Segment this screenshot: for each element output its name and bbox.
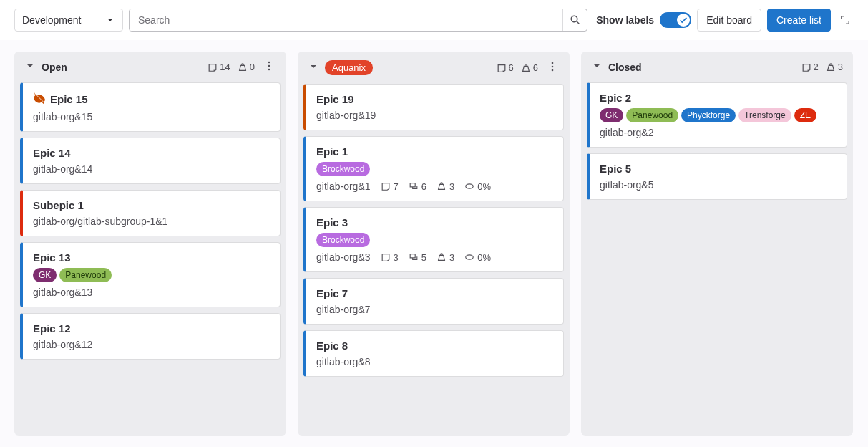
label-pill[interactable]: Panewood (626, 108, 678, 122)
card-title-row: Epic 3 (316, 216, 553, 229)
epic-icon (497, 63, 507, 73)
list-closed: Closed 2 3 Epic 2GKPanewoodPhyckforgeTre… (581, 52, 853, 436)
card-title-row: Epic 19 (316, 93, 553, 105)
card-title: Epic 13 (33, 251, 71, 264)
card-ref: gitlab-org&3 (316, 251, 371, 263)
card-labels: GKPanewoodPhyckforgeTrensforgeZE (600, 108, 837, 122)
card[interactable]: Epic 14gitlab-org&14 (20, 138, 281, 184)
label-pill[interactable]: Phyckforge (681, 108, 736, 122)
card-labels: Brockwood (316, 233, 553, 247)
list-more-button[interactable] (262, 60, 276, 74)
card-ref-row: gitlab-org&19 (316, 110, 553, 121)
list-body[interactable]: Epic 2GKPanewoodPhyckforgeTrensforgeZEgi… (581, 82, 853, 436)
card-title-row: Epic 5 (600, 163, 837, 175)
card-title: Epic 7 (316, 287, 348, 299)
card[interactable]: Epic 13GKPanewoodgitlab-org&13 (20, 242, 281, 307)
card-ref: gitlab-org&8 (316, 356, 371, 367)
card-ref-row: gitlab-org&2 (600, 127, 837, 138)
card-title: Subepic 1 (33, 199, 84, 211)
epic-count: 14 (208, 62, 230, 72)
weight-count: 0 (238, 62, 255, 72)
chevron-down-icon (105, 15, 115, 25)
show-labels-toggle[interactable] (660, 12, 691, 28)
card-ref-row: gitlab-org&14 (33, 163, 270, 175)
card-title-row: Epic 13 (33, 251, 270, 264)
card-title: Epic 2 (600, 92, 631, 104)
stat-weight-icon (437, 181, 447, 191)
toggle-knob (677, 14, 690, 27)
stat-epics: 5 (409, 252, 426, 263)
epic-icon (801, 62, 811, 72)
card-ref: gitlab-org&15 (33, 111, 92, 122)
stat-epics: 6 (409, 181, 426, 192)
list-header: Open 14 0 (14, 52, 286, 82)
card-ref-row: gitlab-org&7 (316, 304, 553, 315)
list-title-pill: Aquanix (325, 60, 373, 75)
card-title-row: Epic 1 (316, 145, 553, 158)
card-labels: Brockwood (316, 162, 553, 176)
card[interactable]: Epic 5gitlab-org&5 (587, 153, 847, 200)
check-icon (678, 15, 688, 25)
card-title: Epic 12 (33, 322, 71, 335)
collapse-list-button[interactable] (308, 61, 319, 74)
epic-icon (208, 62, 218, 72)
label-pill[interactable]: Brockwood (316, 233, 370, 247)
list-title: Closed (608, 62, 642, 73)
stat-issues-icon (381, 252, 391, 262)
more-icon (263, 60, 275, 72)
card[interactable]: Epic 15gitlab-org&15 (20, 82, 281, 132)
weight-icon (521, 63, 531, 73)
list-meta: 6 6 (497, 61, 560, 74)
card-ref: gitlab-org&2 (600, 127, 654, 138)
weight-count: 6 (521, 62, 538, 73)
card-ref: gitlab-org&13 (33, 287, 92, 298)
card[interactable]: Epic 19gitlab-org&19 (303, 84, 564, 130)
card[interactable]: Epic 1Brockwoodgitlab-org&17630% (303, 136, 564, 201)
label-pill[interactable]: GK (33, 268, 57, 282)
card[interactable]: Subepic 1gitlab-org/gitlab-subgroup-1&1 (20, 190, 281, 236)
collapse-list-button[interactable] (591, 60, 603, 74)
list-body[interactable]: Epic 19gitlab-org&19Epic 1Brockwoodgitla… (298, 84, 570, 436)
label-pill[interactable]: Trensforge (738, 108, 791, 122)
fullscreen-button[interactable] (837, 11, 854, 29)
card-ref-row: gitlab-org&33530% (316, 251, 553, 263)
weight-icon (238, 62, 248, 72)
card[interactable]: Epic 12gitlab-org&12 (20, 313, 281, 360)
edit-board-button[interactable]: Edit board (697, 9, 761, 32)
board-selector-label: Development (22, 14, 82, 26)
stat-weight-icon (437, 252, 447, 262)
create-list-button[interactable]: Create list (767, 9, 831, 32)
collapse-list-button[interactable] (24, 60, 36, 74)
card-title: Epic 3 (316, 216, 348, 229)
search-wrap (129, 9, 587, 32)
stat-progress: 0% (464, 181, 491, 192)
card[interactable]: Epic 2GKPanewoodPhyckforgeTrensforgeZEgi… (587, 82, 847, 148)
toolbar: Development Show labels Edit board Creat… (0, 0, 868, 40)
label-pill[interactable]: Panewood (59, 268, 112, 282)
card-ref: gitlab-org&5 (600, 179, 654, 191)
card[interactable]: Epic 7gitlab-org&7 (303, 278, 564, 325)
stat-issues: 7 (381, 181, 399, 192)
card-ref-row: gitlab-org&15 (33, 111, 270, 122)
search-button[interactable] (562, 9, 587, 31)
card-title-row: Epic 15 (33, 92, 270, 107)
list-more-button[interactable] (545, 61, 560, 74)
card[interactable]: Epic 8gitlab-org&8 (303, 330, 564, 377)
expand-icon (839, 14, 851, 26)
list-meta: 14 0 (208, 60, 276, 74)
label-pill[interactable]: ZE (794, 108, 816, 122)
stat-weight: 3 (437, 252, 454, 263)
weight-icon (826, 62, 836, 72)
label-pill[interactable]: GK (600, 108, 623, 122)
label-pill[interactable]: Brockwood (316, 162, 370, 176)
card-ref: gitlab-org&7 (316, 304, 371, 315)
search-input[interactable] (130, 9, 562, 31)
board-selector[interactable]: Development (14, 9, 123, 32)
list-header: Aquanix 6 6 (298, 52, 570, 84)
card-labels: GKPanewood (33, 268, 270, 282)
card-title-row: Epic 2 (600, 92, 837, 104)
list-body[interactable]: Epic 15gitlab-org&15Epic 14gitlab-org&14… (14, 82, 286, 436)
epic-count: 2 (801, 62, 819, 72)
stat-epics-icon (409, 252, 419, 262)
card[interactable]: Epic 3Brockwoodgitlab-org&33530% (303, 207, 564, 272)
